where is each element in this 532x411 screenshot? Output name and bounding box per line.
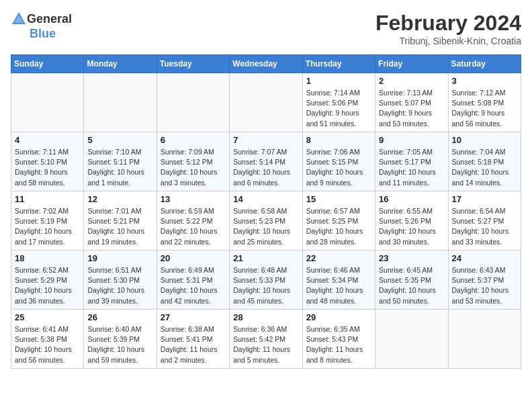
weekday-header-sunday: Sunday <box>11 55 84 73</box>
weekday-header-wednesday: Wednesday <box>230 55 302 73</box>
day-info: Sunrise: 6:49 AM Sunset: 5:31 PM Dayligh… <box>161 265 226 306</box>
calendar-cell: 4Sunrise: 7:11 AM Sunset: 5:10 PM Daylig… <box>11 132 84 191</box>
calendar-table: SundayMondayTuesdayWednesdayThursdayFrid… <box>11 54 521 369</box>
calendar-cell: 11Sunrise: 7:02 AM Sunset: 5:19 PM Dayli… <box>11 191 84 250</box>
day-info: Sunrise: 6:54 AM Sunset: 5:27 PM Dayligh… <box>452 206 517 247</box>
weekday-header-monday: Monday <box>84 55 157 73</box>
calendar-cell: 6Sunrise: 7:09 AM Sunset: 5:12 PM Daylig… <box>157 132 229 191</box>
day-number: 5 <box>87 135 152 145</box>
day-number: 15 <box>306 194 371 204</box>
day-info: Sunrise: 7:06 AM Sunset: 5:15 PM Dayligh… <box>306 147 371 188</box>
day-number: 13 <box>161 194 226 204</box>
day-number: 14 <box>233 194 298 204</box>
location-subtitle: Tribunj, Sibenik-Knin, Croatia <box>375 36 521 46</box>
calendar-cell: 23Sunrise: 6:45 AM Sunset: 5:35 PM Dayli… <box>375 250 448 310</box>
calendar-week-row: 25Sunrise: 6:41 AM Sunset: 5:38 PM Dayli… <box>11 310 521 369</box>
day-info: Sunrise: 6:43 AM Sunset: 5:37 PM Dayligh… <box>452 265 517 306</box>
day-number: 16 <box>379 194 444 204</box>
day-info: Sunrise: 7:05 AM Sunset: 5:17 PM Dayligh… <box>379 147 444 188</box>
day-number: 6 <box>161 135 226 145</box>
calendar-cell: 28Sunrise: 6:36 AM Sunset: 5:42 PM Dayli… <box>230 310 302 369</box>
day-number: 8 <box>306 135 371 145</box>
logo-icon <box>11 11 27 27</box>
calendar-week-row: 4Sunrise: 7:11 AM Sunset: 5:10 PM Daylig… <box>11 132 521 191</box>
day-info: Sunrise: 6:55 AM Sunset: 5:26 PM Dayligh… <box>379 206 444 247</box>
day-number: 2 <box>379 76 444 86</box>
day-number: 11 <box>15 194 80 204</box>
day-info: Sunrise: 6:51 AM Sunset: 5:30 PM Dayligh… <box>87 265 152 306</box>
day-info: Sunrise: 6:35 AM Sunset: 5:43 PM Dayligh… <box>306 324 371 365</box>
day-info: Sunrise: 7:04 AM Sunset: 5:18 PM Dayligh… <box>452 147 517 188</box>
day-info: Sunrise: 7:14 AM Sunset: 5:06 PM Dayligh… <box>306 88 371 129</box>
calendar-cell: 5Sunrise: 7:10 AM Sunset: 5:11 PM Daylig… <box>84 132 157 191</box>
day-number: 18 <box>15 253 80 263</box>
calendar-cell: 19Sunrise: 6:51 AM Sunset: 5:30 PM Dayli… <box>84 250 157 310</box>
day-info: Sunrise: 7:02 AM Sunset: 5:19 PM Dayligh… <box>15 206 80 247</box>
day-info: Sunrise: 6:48 AM Sunset: 5:33 PM Dayligh… <box>233 265 298 306</box>
logo: General Blue <box>11 11 72 41</box>
day-info: Sunrise: 7:09 AM Sunset: 5:12 PM Dayligh… <box>161 147 226 188</box>
day-info: Sunrise: 6:57 AM Sunset: 5:25 PM Dayligh… <box>306 206 371 247</box>
month-year-title: February 2024 <box>375 11 521 36</box>
day-number: 21 <box>233 253 298 263</box>
day-number: 25 <box>15 312 80 322</box>
day-info: Sunrise: 7:12 AM Sunset: 5:08 PM Dayligh… <box>452 88 517 129</box>
calendar-cell: 9Sunrise: 7:05 AM Sunset: 5:17 PM Daylig… <box>375 132 448 191</box>
day-number: 24 <box>452 253 517 263</box>
day-number: 26 <box>87 312 152 322</box>
calendar-cell: 14Sunrise: 6:58 AM Sunset: 5:23 PM Dayli… <box>230 191 302 250</box>
day-info: Sunrise: 6:46 AM Sunset: 5:34 PM Dayligh… <box>306 265 371 306</box>
day-info: Sunrise: 6:41 AM Sunset: 5:38 PM Dayligh… <box>15 324 80 365</box>
day-number: 22 <box>306 253 371 263</box>
day-info: Sunrise: 6:58 AM Sunset: 5:23 PM Dayligh… <box>233 206 298 247</box>
calendar-cell: 27Sunrise: 6:38 AM Sunset: 5:41 PM Dayli… <box>157 310 229 369</box>
calendar-cell: 24Sunrise: 6:43 AM Sunset: 5:37 PM Dayli… <box>448 250 521 310</box>
calendar-cell: 16Sunrise: 6:55 AM Sunset: 5:26 PM Dayli… <box>375 191 448 250</box>
calendar-cell: 21Sunrise: 6:48 AM Sunset: 5:33 PM Dayli… <box>230 250 302 310</box>
calendar-cell: 15Sunrise: 6:57 AM Sunset: 5:25 PM Dayli… <box>302 191 375 250</box>
day-number: 28 <box>233 312 298 322</box>
logo-general: General <box>27 12 72 26</box>
calendar-cell: 12Sunrise: 7:01 AM Sunset: 5:21 PM Dayli… <box>84 191 157 250</box>
day-number: 7 <box>233 135 298 145</box>
day-number: 20 <box>161 253 226 263</box>
day-number: 23 <box>379 253 444 263</box>
day-number: 10 <box>452 135 517 145</box>
calendar-cell: 29Sunrise: 6:35 AM Sunset: 5:43 PM Dayli… <box>302 310 375 369</box>
calendar-week-row: 18Sunrise: 6:52 AM Sunset: 5:29 PM Dayli… <box>11 250 521 310</box>
calendar-cell <box>157 73 229 132</box>
calendar-cell: 3Sunrise: 7:12 AM Sunset: 5:08 PM Daylig… <box>448 73 521 132</box>
weekday-header-thursday: Thursday <box>302 55 375 73</box>
weekday-header-row: SundayMondayTuesdayWednesdayThursdayFrid… <box>11 55 521 73</box>
day-number: 12 <box>87 194 152 204</box>
calendar-cell: 2Sunrise: 7:13 AM Sunset: 5:07 PM Daylig… <box>375 73 448 132</box>
logo-blue: Blue <box>30 27 56 41</box>
day-info: Sunrise: 7:07 AM Sunset: 5:14 PM Dayligh… <box>233 147 298 188</box>
day-number: 29 <box>306 312 371 322</box>
calendar-week-row: 1Sunrise: 7:14 AM Sunset: 5:06 PM Daylig… <box>11 73 521 132</box>
day-info: Sunrise: 7:11 AM Sunset: 5:10 PM Dayligh… <box>15 147 80 188</box>
day-info: Sunrise: 6:52 AM Sunset: 5:29 PM Dayligh… <box>15 265 80 306</box>
calendar-cell: 26Sunrise: 6:40 AM Sunset: 5:39 PM Dayli… <box>84 310 157 369</box>
calendar-cell: 18Sunrise: 6:52 AM Sunset: 5:29 PM Dayli… <box>11 250 84 310</box>
day-info: Sunrise: 6:36 AM Sunset: 5:42 PM Dayligh… <box>233 324 298 365</box>
day-info: Sunrise: 6:40 AM Sunset: 5:39 PM Dayligh… <box>87 324 152 365</box>
calendar-cell: 8Sunrise: 7:06 AM Sunset: 5:15 PM Daylig… <box>302 132 375 191</box>
day-number: 19 <box>87 253 152 263</box>
weekday-header-friday: Friday <box>375 55 448 73</box>
day-number: 27 <box>161 312 226 322</box>
calendar-cell: 1Sunrise: 7:14 AM Sunset: 5:06 PM Daylig… <box>302 73 375 132</box>
calendar-cell: 13Sunrise: 6:59 AM Sunset: 5:22 PM Dayli… <box>157 191 229 250</box>
calendar-cell <box>448 310 521 369</box>
calendar-cell: 17Sunrise: 6:54 AM Sunset: 5:27 PM Dayli… <box>448 191 521 250</box>
day-number: 9 <box>379 135 444 145</box>
day-info: Sunrise: 6:38 AM Sunset: 5:41 PM Dayligh… <box>161 324 226 365</box>
day-number: 3 <box>452 76 517 86</box>
calendar-cell: 7Sunrise: 7:07 AM Sunset: 5:14 PM Daylig… <box>230 132 302 191</box>
calendar-cell: 10Sunrise: 7:04 AM Sunset: 5:18 PM Dayli… <box>448 132 521 191</box>
calendar-cell: 22Sunrise: 6:46 AM Sunset: 5:34 PM Dayli… <box>302 250 375 310</box>
day-info: Sunrise: 6:59 AM Sunset: 5:22 PM Dayligh… <box>161 206 226 247</box>
calendar-cell <box>230 73 302 132</box>
calendar-cell <box>11 73 84 132</box>
day-info: Sunrise: 7:10 AM Sunset: 5:11 PM Dayligh… <box>87 147 152 188</box>
